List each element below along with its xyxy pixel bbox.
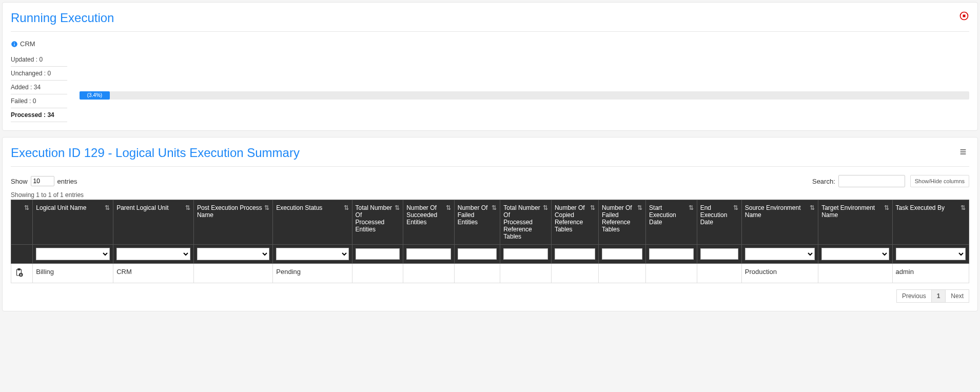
- cell-startExecDate: [646, 264, 697, 283]
- col-action[interactable]: ⇅: [11, 200, 33, 245]
- filter-logical-unit-name[interactable]: [36, 248, 110, 260]
- cell-executionStatus: Pending: [273, 264, 352, 283]
- running-execution-panel: Running Execution CRM Updated : 0 Unchan…: [2, 2, 978, 131]
- filter-end-exec-date[interactable]: [700, 248, 738, 260]
- stats-column: Updated : 0 Unchanged : 0 Added : 34 Fai…: [11, 53, 67, 122]
- sort-icon: ⇅: [733, 204, 738, 211]
- sort-icon: ⇅: [884, 204, 889, 211]
- table-info: Showing 1 to 1 of 1 entries: [11, 191, 969, 199]
- progress-fill: (3.4%): [80, 91, 110, 100]
- col-logical-unit-name[interactable]: Logical Unit Name⇅: [33, 200, 113, 245]
- col-copied-ref-tables[interactable]: Number Of Copied Reference Tables⇅: [551, 200, 598, 245]
- next-button[interactable]: Next: [946, 289, 969, 303]
- col-start-exec-date[interactable]: Start Execution Date⇅: [646, 200, 697, 245]
- stats-progress-row: Updated : 0 Unchanged : 0 Added : 34 Fai…: [11, 53, 969, 122]
- cell-postExecutionProcessName: [193, 264, 272, 283]
- cell-taskExecutedBy: admin: [892, 264, 969, 283]
- crm-label: CRM: [20, 40, 35, 48]
- filter-total-processed-entities[interactable]: [356, 248, 400, 260]
- table-row: BillingCRMPendingProductionadmin: [11, 264, 969, 283]
- search-input[interactable]: [838, 175, 905, 187]
- filter-copied-ref-tables[interactable]: [555, 248, 595, 260]
- col-failed-entities[interactable]: Number Of Failed Entities⇅: [454, 200, 500, 245]
- filter-failed-entities[interactable]: [458, 248, 497, 260]
- col-failed-ref-tables[interactable]: Number Of Failed Reference Tables⇅: [598, 200, 645, 245]
- svg-rect-4: [14, 42, 14, 43]
- stat-processed: Processed : 34: [11, 108, 67, 122]
- progress-track: (3.4%): [80, 91, 969, 100]
- sort-icon: ⇅: [24, 204, 29, 211]
- cell-succeededEntities: [403, 264, 455, 283]
- running-header: Running Execution: [11, 11, 969, 32]
- search-box: Search:: [812, 175, 905, 187]
- search-label: Search:: [812, 178, 835, 185]
- sort-icon: ⇅: [543, 204, 548, 211]
- col-parent-logical-unit[interactable]: Parent Logical Unit⇅: [113, 200, 194, 245]
- progress-area: (3.4%): [80, 53, 969, 122]
- prev-button[interactable]: Previous: [896, 289, 932, 303]
- col-post-exec-process[interactable]: Post Execution Process Name⇅: [193, 200, 272, 245]
- sort-icon: ⇅: [344, 204, 349, 211]
- svg-rect-3: [14, 43, 14, 45]
- cell-totalProcessedRefTables: [500, 264, 552, 283]
- crm-info: CRM: [11, 40, 969, 48]
- entries-input[interactable]: [31, 176, 54, 186]
- right-controls: Search: Show/Hide columns: [812, 175, 969, 187]
- cell-sourceEnvName: Production: [741, 264, 818, 283]
- summary-header: Execution ID 129 - Logical Units Executi…: [11, 146, 969, 167]
- filter-start-exec-date[interactable]: [649, 248, 694, 260]
- sort-icon: ⇅: [185, 204, 190, 211]
- filter-task-executed-by[interactable]: [896, 248, 966, 260]
- filter-succeeded-entities[interactable]: [406, 248, 451, 260]
- svg-rect-1: [963, 15, 966, 17]
- sort-icon: ⇅: [961, 204, 966, 211]
- col-task-executed-by[interactable]: Task Executed By⇅: [892, 200, 969, 245]
- cell-parentLogicalUnit: CRM: [113, 264, 194, 283]
- summary-title: Execution ID 129 - Logical Units Executi…: [11, 146, 300, 160]
- entries-label: entries: [57, 178, 77, 185]
- pagination: Previous 1 Next: [11, 289, 969, 303]
- running-title: Running Execution: [11, 11, 114, 25]
- show-entries: Show entries: [11, 176, 77, 186]
- sort-icon: ⇅: [395, 204, 400, 211]
- summary-table: ⇅ Logical Unit Name⇅ Parent Logical Unit…: [11, 200, 969, 283]
- info-icon: [11, 41, 18, 48]
- filter-post-exec-process[interactable]: [197, 248, 269, 260]
- sort-icon: ⇅: [492, 204, 497, 211]
- col-execution-status[interactable]: Execution Status⇅: [273, 200, 352, 245]
- filter-parent-logical-unit[interactable]: [116, 248, 190, 260]
- filter-execution-status[interactable]: [276, 248, 348, 260]
- cell-endExecDate: [697, 264, 741, 283]
- header-row: ⇅ Logical Unit Name⇅ Parent Logical Unit…: [11, 200, 969, 245]
- cell-targetEnvName: [818, 264, 892, 283]
- hamburger-icon[interactable]: [957, 146, 969, 160]
- sort-icon: ⇅: [105, 204, 110, 211]
- stat-added: Added : 34: [11, 81, 67, 94]
- sort-icon: ⇅: [264, 204, 269, 211]
- cell-failedEntities: [454, 264, 500, 283]
- stat-failed: Failed : 0: [11, 94, 67, 108]
- sort-icon: ⇅: [689, 204, 694, 211]
- show-label: Show: [11, 178, 28, 185]
- sort-icon: ⇅: [810, 204, 815, 211]
- page-1-button[interactable]: 1: [932, 289, 946, 303]
- clipboard-download-icon[interactable]: [14, 271, 24, 279]
- cell-totalProcessedEntities: [352, 264, 403, 283]
- filter-target-env-name[interactable]: [821, 248, 889, 260]
- stop-icon[interactable]: [959, 11, 969, 21]
- filter-failed-ref-tables[interactable]: [602, 248, 642, 260]
- col-succeeded-entities[interactable]: Number Of Succeeded Entities⇅: [403, 200, 455, 245]
- filter-row: [11, 245, 969, 264]
- toggle-columns-button[interactable]: Show/Hide columns: [910, 175, 969, 187]
- col-total-processed-entities[interactable]: Total Number Of Processed Entities⇅: [352, 200, 403, 245]
- stat-updated: Updated : 0: [11, 53, 67, 67]
- sort-icon: ⇅: [637, 204, 642, 211]
- col-total-processed-ref-tables[interactable]: Total Number Of Processed Reference Tabl…: [500, 200, 552, 245]
- col-target-env-name[interactable]: Target Environment Name⇅: [818, 200, 892, 245]
- cell-copiedRefTables: [551, 264, 598, 283]
- filter-total-processed-ref-tables[interactable]: [503, 248, 548, 260]
- summary-panel: Execution ID 129 - Logical Units Executi…: [2, 137, 978, 311]
- filter-source-env-name[interactable]: [745, 248, 815, 260]
- col-end-exec-date[interactable]: End Execution Date⇅: [697, 200, 741, 245]
- col-source-env-name[interactable]: Source Environment Name⇅: [741, 200, 818, 245]
